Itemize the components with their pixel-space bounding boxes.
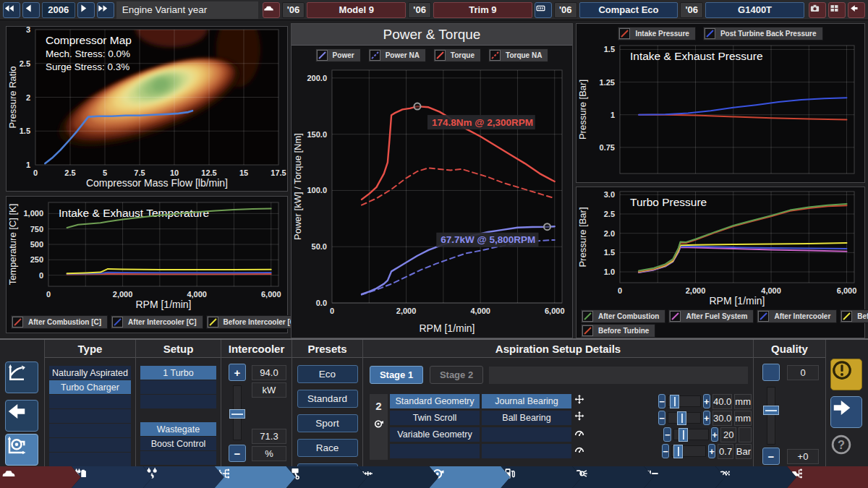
type-option-empty[interactable] [49,395,131,408]
engine-family-button[interactable] [535,2,552,18]
legend-item[interactable]: After Combustion [C] [11,315,108,329]
slider-handle[interactable] [673,445,683,458]
preset-standard-button[interactable]: Standard [297,390,358,408]
geometry-option-empty[interactable] [390,444,480,458]
car-model-button[interactable] [263,2,280,18]
setup-option-empty[interactable] [140,380,216,394]
family-name-button[interactable]: Compact Eco [579,2,678,18]
bearing-option-ball[interactable]: Ball Bearing [482,411,571,425]
legend-item[interactable]: Power [315,48,361,62]
model-name-button[interactable]: Model 9 [307,2,406,18]
stage-1-tab[interactable]: Stage 1 [370,366,423,384]
type-option-empty[interactable] [49,453,131,466]
legend-item[interactable]: Torque [433,48,481,62]
intercooler-decrease-button[interactable]: − [229,445,246,462]
geometry-option-twin-scroll[interactable]: Twin Scroll [390,411,480,425]
decrease-button[interactable]: − [658,411,665,425]
slider-handle[interactable] [763,406,779,415]
step-forward-button[interactable] [77,2,95,18]
legend-item[interactable]: Intake Pressure [618,27,696,40]
legend-item[interactable]: After Fuel System [668,309,754,323]
turbine-size-slider[interactable] [668,412,701,424]
help-button[interactable]: ? [830,434,862,466]
slider-handle[interactable] [678,428,688,442]
decrease-button[interactable]: − [663,427,671,442]
fast-backward-button[interactable] [3,2,20,18]
toolbar-tab-bottom-end[interactable] [286,466,367,488]
slider-handle[interactable] [677,411,686,425]
legend-item[interactable]: Before Intercooler [840,309,868,323]
toolbar-tab-fuel-system[interactable] [501,466,582,488]
increase-button[interactable]: + [708,444,716,458]
temperature-chart[interactable]: 02,0004,0006,00002505007501,000RPM [1/mi… [7,197,287,312]
increase-button[interactable]: + [711,427,719,442]
type-option-empty[interactable] [49,424,131,437]
intercooler-slider[interactable] [233,385,242,440]
bearing-option-journal[interactable]: Journal Bearing [482,394,571,408]
increase-button[interactable]: + [703,394,710,408]
compressor-size-slider[interactable] [668,395,701,407]
toolbar-tab-aspiration[interactable] [215,466,296,488]
type-option-empty[interactable] [49,438,131,452]
legend-item[interactable]: Before Turbine [581,324,655,338]
type-option-turbo-charger[interactable]: Turbo Charger [49,380,131,394]
engine-variant-name-button[interactable]: G1400T [705,2,804,18]
toolbar-tab-car-design[interactable] [0,466,81,488]
layout-button[interactable] [828,2,846,18]
legend-item[interactable]: Before Intercooler [C] [206,315,305,329]
setup-option-wastegate[interactable]: Wastegate [140,422,216,436]
boost-pressure-slider[interactable] [671,445,705,457]
compressor-map-chart[interactable]: 02.557.51012.51517.511.522.53Compressor … [7,27,287,191]
type-option-empty[interactable] [49,409,131,423]
slider-handle[interactable] [670,395,679,408]
previous-screen-button[interactable] [5,400,38,432]
toolbar-tab-engine-heads[interactable] [143,466,224,488]
increase-button[interactable]: + [703,411,710,425]
screenshot-button[interactable] [809,2,826,18]
legend-item[interactable]: After Intercooler [C] [111,315,203,329]
warning-button[interactable] [830,359,862,390]
legend-item[interactable]: After Intercooler [757,309,837,323]
toolbar-tab-testing[interactable] [715,466,796,488]
slider-handle[interactable] [229,409,245,419]
setup-option-1-turbo[interactable]: 1 Turbo [140,366,216,380]
ar-ratio-slider[interactable] [673,429,708,440]
back-button[interactable] [848,2,865,18]
fast-forward-button[interactable] [97,2,114,18]
legend-item[interactable]: Post Turbine Back Pressure [703,27,823,40]
setup-option-boost-control[interactable]: Boost Control [140,437,216,450]
quality-slider[interactable] [767,387,775,445]
toolbar-tab-car-summary[interactable] [787,466,868,488]
setup-option-empty[interactable] [140,451,216,465]
preset-sport-button[interactable]: Sport [297,414,358,432]
decrease-button[interactable]: − [658,394,665,408]
toolbar-tab-exhaust[interactable] [572,466,653,488]
quality-increase-button[interactable] [762,364,780,381]
toolbar-tab-dyno[interactable] [644,466,725,488]
trim-name-button[interactable]: Trim 9 [433,2,532,18]
toolbar-tab-engine-family[interactable] [72,466,153,488]
next-button[interactable] [830,396,862,428]
bearing-option-empty[interactable] [482,427,571,442]
power-torque-chart[interactable]: 02,0004,0006,0000.050.0100.0150.0200.0RP… [292,64,572,336]
intake-exhaust-pressure-chart[interactable]: 0.7511.251.5Pressure [Bar]Intake & Exhau… [576,43,864,181]
legend-item[interactable]: Torque NA [488,48,548,62]
decrease-button[interactable]: − [662,444,670,458]
setup-option-empty[interactable] [140,395,216,408]
quality-decrease-button[interactable]: − [762,448,780,465]
step-backward-button[interactable] [22,2,40,18]
geometry-option-standard[interactable]: Standard Geometry [390,394,480,408]
geometry-option-variable[interactable]: Variable Geometry [390,427,480,442]
intercooler-increase-button[interactable]: + [229,364,246,381]
graph-view-button[interactable] [5,361,38,393]
stage-2-tab[interactable]: Stage 2 [430,366,483,384]
type-option-naturally-aspirated[interactable]: Naturally Aspirated [49,366,131,380]
bearing-option-empty[interactable] [482,444,571,458]
preset-eco-button[interactable]: Eco [297,365,358,383]
toolbar-tab-turbo[interactable] [430,466,511,488]
preset-race-button[interactable]: Race [297,439,358,457]
turbo-pressure-chart[interactable]: 02,0004,0006,0001.01.52.02.53.0RPM [1/mi… [576,187,864,309]
turbo-screen-button[interactable] [5,434,38,466]
legend-item[interactable]: Power NA [368,48,426,62]
toolbar-tab-top-end[interactable] [358,466,439,488]
